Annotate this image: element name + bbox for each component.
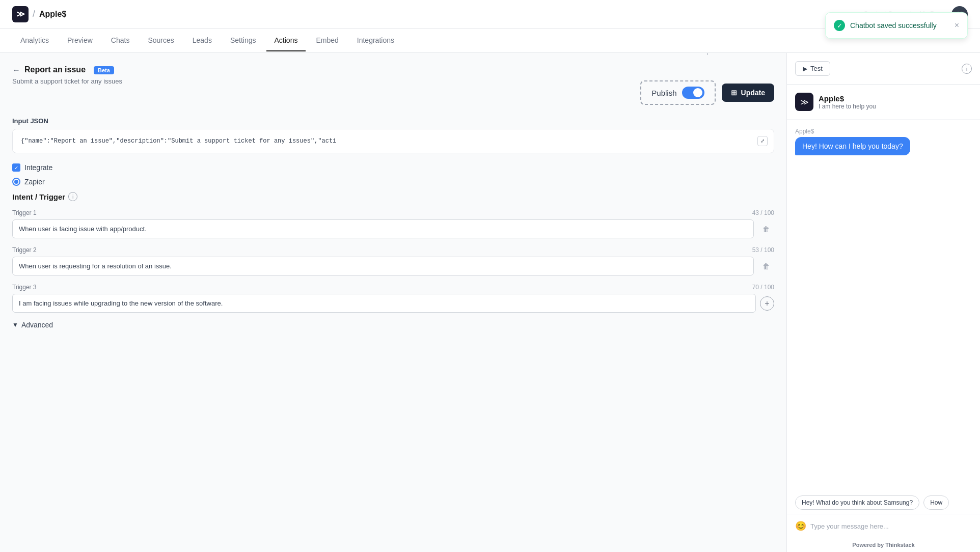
right-panel-info-icon[interactable]: i	[962, 64, 972, 74]
toast-notification: ✓ Chatbot saved successfully ×	[825, 12, 968, 39]
intent-header: Intent / Trigger i	[12, 192, 774, 201]
toast-message: Chatbot saved successfully	[850, 21, 937, 30]
trigger-1-header: Trigger 1 43 / 100	[12, 209, 774, 216]
chat-bubble: Hey! How can I help you today?	[795, 137, 910, 155]
back-icon: ←	[12, 66, 20, 75]
tab-chats[interactable]: Chats	[103, 30, 138, 51]
right-panel-top: ▶ Test i	[787, 53, 980, 85]
advanced-label: Advanced	[21, 321, 53, 329]
publish-toggle-area: Publish	[640, 80, 715, 105]
trigger-2-delete[interactable]: 🗑	[758, 258, 774, 274]
app-name: Apple$	[39, 10, 66, 19]
integrate-label: Integrate	[24, 163, 52, 172]
content-header: ← Report an issue Beta Submit a support …	[12, 65, 774, 105]
trigger-3-group: Trigger 3 70 / 100 +	[12, 284, 774, 313]
bot-icon: ≫	[795, 93, 813, 111]
bot-name: Apple$	[819, 94, 876, 103]
chat-sender: Apple$	[795, 128, 972, 135]
beta-badge: Beta	[94, 66, 114, 74]
chat-input[interactable]	[810, 522, 972, 530]
chat-bot-header: ≫ Apple$ I am here to help you	[787, 85, 980, 120]
intent-title: Intent / Trigger	[12, 192, 65, 201]
trigger-2-count: 53 / 100	[752, 246, 774, 254]
update-button[interactable]: ⊞ Update	[722, 84, 774, 102]
trigger-2-group: Trigger 2 53 / 100 🗑	[12, 246, 774, 275]
tab-integrations[interactable]: Integrations	[349, 30, 402, 51]
chat-input-row: 😊	[787, 514, 980, 538]
trigger-1-count: 43 / 100	[752, 209, 774, 216]
powered-by: Powered by Thinkstack	[787, 538, 980, 552]
trigger-3-header: Trigger 3 70 / 100	[12, 284, 774, 291]
tab-settings[interactable]: Settings	[222, 30, 264, 51]
test-button[interactable]: ▶ Test	[795, 61, 830, 76]
issue-subtitle: Submit a support ticket for any issues	[12, 77, 122, 85]
main-layout: ← Report an issue Beta Submit a support …	[0, 53, 980, 552]
integrate-checkbox[interactable]: ✓	[12, 163, 20, 172]
toast-close-button[interactable]: ×	[955, 21, 959, 30]
intent-info-icon[interactable]: i	[68, 192, 77, 201]
zapier-label: Zapier	[24, 178, 45, 186]
trigger-3-input[interactable]	[12, 294, 756, 313]
trigger-3-count: 70 / 100	[752, 284, 774, 291]
right-panel: ▶ Test i ≫ Apple$ I am here to help you …	[786, 53, 980, 552]
json-expand-btn[interactable]: ⤢	[757, 136, 768, 146]
publish-area: Publish & Save Publish	[640, 80, 774, 105]
input-json-label: Input JSON	[12, 117, 774, 125]
bot-info: Apple$ I am here to help you	[819, 94, 876, 110]
trigger-2-label: Trigger 2	[12, 246, 37, 254]
json-box: {"name":"Report an issue","description":…	[12, 129, 774, 153]
tab-sources[interactable]: Sources	[140, 30, 182, 51]
toast-check-icon: ✓	[834, 20, 845, 31]
breadcrumb-slash: /	[33, 9, 35, 19]
zapier-row: Zapier	[12, 178, 774, 186]
trigger-2-header: Trigger 2 53 / 100	[12, 246, 774, 254]
suggestion-chip-2[interactable]: How	[923, 495, 949, 510]
zapier-radio[interactable]	[12, 178, 20, 186]
trigger-2-row: 🗑	[12, 257, 774, 275]
add-trigger-button[interactable]: +	[760, 296, 774, 311]
trigger-1-row: 🗑	[12, 219, 774, 238]
back-button[interactable]: ←	[12, 66, 20, 75]
left-content: ← Report an issue Beta Submit a support …	[0, 53, 786, 552]
tab-leads[interactable]: Leads	[184, 30, 220, 51]
trigger-1-delete[interactable]: 🗑	[758, 221, 774, 237]
back-row: ← Report an issue Beta	[12, 65, 122, 75]
tab-preview[interactable]: Preview	[59, 30, 101, 51]
toggle-slider	[682, 87, 704, 99]
publish-toggle[interactable]	[682, 87, 704, 99]
bot-desc: I am here to help you	[819, 103, 876, 110]
trigger-2-input[interactable]	[12, 257, 754, 275]
chat-message-1: Apple$ Hey! How can I help you today?	[795, 128, 972, 155]
issue-info: ← Report an issue Beta Submit a support …	[12, 65, 122, 85]
advanced-row[interactable]: ▼ Advanced	[12, 321, 774, 329]
suggestion-chip-1[interactable]: Hey! What do you think about Samsung?	[795, 495, 919, 510]
integrate-row: ✓ Integrate	[12, 163, 774, 172]
tooltip-stem	[707, 53, 708, 55]
trigger-1-input[interactable]	[12, 219, 754, 238]
radio-dot	[14, 180, 18, 184]
trigger-3-row: +	[12, 294, 774, 313]
play-icon: ▶	[803, 65, 807, 72]
emoji-icon[interactable]: 😊	[795, 520, 806, 532]
trigger-3-label: Trigger 3	[12, 284, 37, 291]
chat-suggestions: Hey! What do you think about Samsung? Ho…	[787, 495, 980, 510]
chevron-down-icon: ▼	[12, 321, 18, 328]
chat-messages: Apple$ Hey! How can I help you today?	[787, 120, 980, 495]
publish-label: Publish	[651, 89, 676, 97]
issue-title: Report an issue	[24, 65, 86, 74]
trigger-1-label: Trigger 1	[12, 209, 37, 216]
tab-analytics[interactable]: Analytics	[12, 30, 57, 51]
tab-actions[interactable]: Actions	[266, 30, 306, 51]
trigger-1-group: Trigger 1 43 / 100 🗑	[12, 209, 774, 238]
tab-embed[interactable]: Embed	[308, 30, 346, 51]
update-icon: ⊞	[731, 89, 737, 97]
app-logo: ≫	[12, 6, 29, 22]
thinkstack-brand: Thinkstack	[885, 542, 914, 548]
